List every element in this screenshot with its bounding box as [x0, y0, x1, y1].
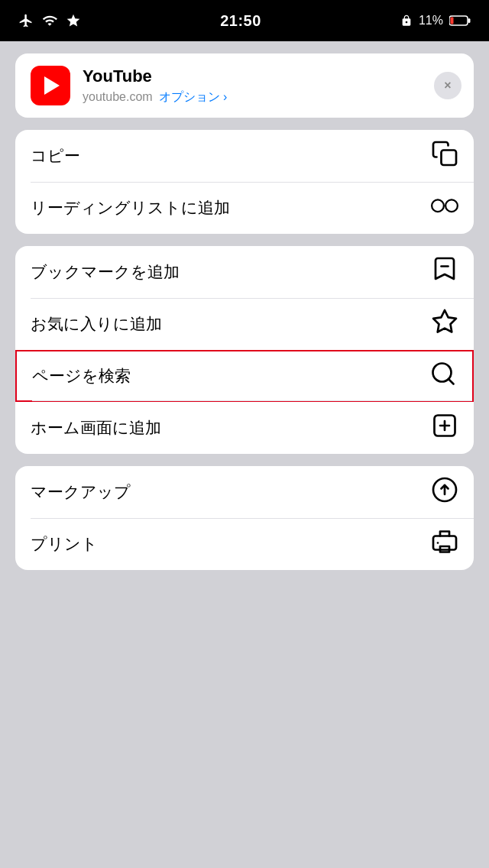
menu-group-2: ブックマークを追加 お気に入りに追加 ページを検索	[15, 246, 474, 454]
menu-item-copy[interactable]: コピー	[15, 130, 474, 182]
copy-icon	[431, 140, 458, 173]
main-content: YouTube youtube.com オプション › × コピー リーディング…	[0, 41, 489, 582]
url-card: YouTube youtube.com オプション › ×	[15, 53, 474, 118]
svg-rect-1	[468, 18, 471, 23]
bookmark-icon	[431, 256, 458, 289]
svg-point-5	[445, 199, 458, 212]
print-icon	[431, 528, 458, 561]
menu-item-bookmark[interactable]: ブックマークを追加	[15, 246, 474, 298]
airplane-icon	[18, 13, 34, 28]
url-domain: youtube.com	[83, 90, 153, 104]
youtube-icon	[31, 66, 70, 105]
markup-label: マークアップ	[31, 481, 131, 503]
svg-rect-15	[433, 536, 456, 549]
wifi-icon	[41, 13, 58, 28]
favorite-label: お気に入りに追加	[31, 313, 162, 335]
menu-item-add-home[interactable]: ホーム画面に追加	[15, 402, 474, 454]
menu-item-print[interactable]: プリント	[15, 518, 474, 570]
print-label: プリント	[31, 533, 98, 555]
menu-group-1: コピー リーディングリストに追加	[15, 130, 474, 234]
close-icon: ×	[444, 79, 451, 92]
svg-marker-7	[433, 310, 456, 332]
add-home-icon	[431, 412, 458, 445]
markup-icon	[431, 476, 458, 509]
menu-item-find-page[interactable]: ページを検索	[15, 350, 474, 402]
svg-rect-3	[442, 150, 457, 165]
find-page-icon	[429, 360, 457, 393]
bookmark-label: ブックマークを追加	[31, 261, 180, 283]
add-home-label: ホーム画面に追加	[31, 417, 161, 439]
reading-list-icon	[431, 196, 458, 220]
status-time: 21:50	[220, 12, 261, 30]
status-left	[18, 13, 81, 28]
favorite-icon	[431, 308, 458, 341]
url-title: YouTube	[83, 66, 227, 86]
brightness-icon	[66, 13, 81, 28]
url-domain-row: youtube.com オプション ›	[83, 89, 227, 105]
copy-label: コピー	[31, 145, 80, 167]
status-right: 11%	[400, 14, 471, 28]
menu-item-reading-list[interactable]: リーディングリストに追加	[15, 182, 474, 234]
svg-line-9	[449, 378, 454, 384]
reading-list-label: リーディングリストに追加	[31, 197, 230, 219]
close-button[interactable]: ×	[434, 72, 461, 99]
svg-point-4	[432, 199, 444, 212]
menu-group-3: マークアップ プリント	[15, 466, 474, 570]
status-bar: 21:50 11%	[0, 0, 489, 41]
youtube-play-icon	[44, 76, 60, 95]
battery-percentage: 11%	[419, 14, 443, 28]
find-page-label: ページを検索	[32, 365, 131, 387]
url-options-link[interactable]: オプション ›	[159, 89, 228, 105]
svg-rect-2	[451, 18, 454, 24]
lock-icon	[400, 15, 413, 27]
url-info: YouTube youtube.com オプション ›	[83, 66, 227, 105]
menu-item-favorite[interactable]: お気に入りに追加	[15, 298, 474, 350]
battery-icon	[449, 15, 471, 27]
menu-item-markup[interactable]: マークアップ	[15, 466, 474, 518]
